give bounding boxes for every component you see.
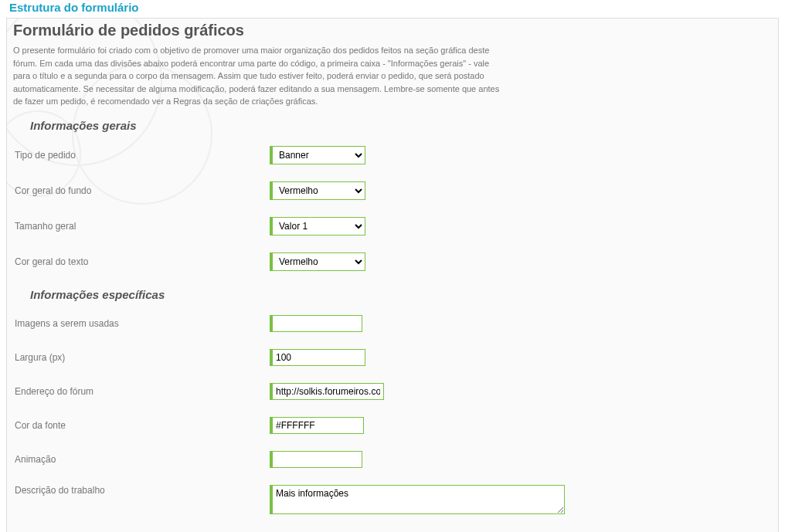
field-row: Largura (px)	[13, 349, 772, 366]
field-row: Endereço do fórum	[13, 383, 772, 400]
field-label-cor-fonte: Cor da fonte	[13, 420, 270, 431]
field-row: Descrição do trabalho	[13, 485, 772, 517]
field-row: Cor geral do texto Vermelho	[13, 252, 772, 271]
imagens-input[interactable]	[270, 315, 362, 332]
form-title: Formulário de pedidos gráficos	[13, 22, 772, 39]
animacao-input[interactable]	[270, 451, 362, 468]
cor-fonte-input[interactable]	[270, 417, 364, 434]
group-title-specific: Informações específicas	[30, 288, 772, 301]
section-title: Estrutura do formulário	[3, 0, 145, 17]
field-row: Cor da fonte	[13, 417, 772, 434]
panel: Formulário de pedidos gráficos O present…	[6, 18, 779, 532]
cor-texto-select[interactable]: Vermelho	[270, 252, 365, 271]
field-row: Tamanho geral Valor 1	[13, 217, 772, 236]
field-label-imagens: Imagens a serem usadas	[13, 318, 270, 329]
field-label-animacao: Animação	[13, 454, 270, 465]
largura-input[interactable]	[270, 349, 365, 366]
cor-fundo-select[interactable]: Vermelho	[270, 181, 365, 200]
field-label-tipo-pedido: Tipo de pedido	[13, 150, 270, 161]
tamanho-select[interactable]: Valor 1	[270, 217, 365, 236]
field-row: Cor geral do fundo Vermelho	[13, 181, 772, 200]
field-label-largura: Largura (px)	[13, 352, 270, 363]
tipo-pedido-select[interactable]: Banner	[270, 146, 365, 164]
group-title-general: Informações gerais	[30, 119, 772, 132]
field-row: Animação	[13, 451, 772, 468]
field-label-endereco: Endereço do fórum	[13, 386, 270, 397]
field-row: Tipo de pedido Banner	[13, 146, 772, 164]
endereco-input[interactable]	[270, 383, 384, 400]
field-label-cor-fundo: Cor geral do fundo	[13, 185, 270, 196]
form-description: O presente formulário foi criado com o o…	[13, 44, 508, 108]
field-row: Imagens a serem usadas	[13, 315, 772, 332]
field-label-tamanho: Tamanho geral	[13, 221, 270, 232]
field-label-cor-texto: Cor geral do texto	[13, 256, 270, 267]
field-label-descricao: Descrição do trabalho	[13, 485, 270, 496]
descricao-textarea[interactable]	[270, 485, 565, 514]
